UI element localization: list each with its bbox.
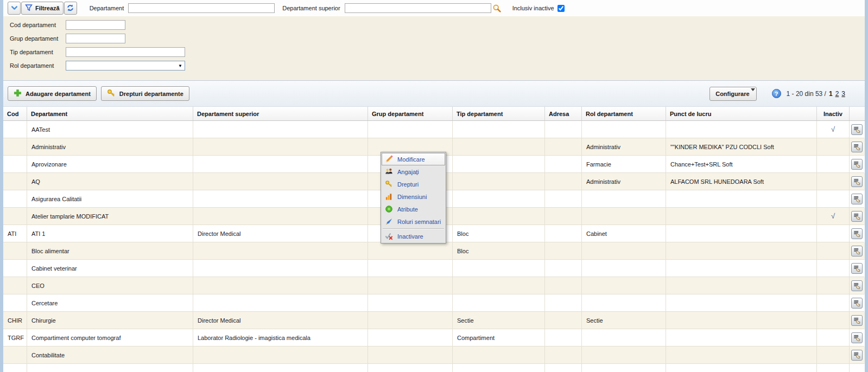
app-window: Filtrează Departament Departament superi…: [3, 0, 865, 372]
menu-item-roluri-semnatari[interactable]: Roluri semnatari: [382, 215, 445, 228]
add-department-label: Adaugare departament: [26, 91, 91, 97]
departament-input[interactable]: [128, 3, 275, 13]
column-header-inactiv[interactable]: Inactiv: [817, 107, 850, 120]
table-row[interactable]: CHIRChirurgieDirector MedicalSectieSecti…: [3, 312, 865, 329]
cell-punct: [666, 329, 817, 347]
cell-grup: [368, 347, 453, 364]
cell-punct: [666, 208, 817, 225]
context-menu: ModificareAngajațiDrepturiDimensiuniAtri…: [381, 152, 446, 243]
expand-filters-button[interactable]: [8, 2, 21, 15]
cell-actions: [850, 312, 864, 329]
cell-superior: [193, 277, 368, 294]
column-header-tip[interactable]: Tip departament: [453, 107, 545, 120]
table-row[interactable]: TGRFCompartiment computer tomografLabora…: [3, 329, 865, 347]
row-actions-button[interactable]: [851, 159, 863, 170]
configure-button[interactable]: Configurare: [709, 87, 756, 101]
filter-field-label: Grup departament: [10, 35, 66, 42]
inactiv-check: √: [831, 125, 835, 133]
bar-chart-icon: [384, 193, 393, 201]
pagination: 1 - 20 din 53 /123: [787, 90, 845, 98]
cell-grup: [368, 329, 453, 347]
row-actions-button[interactable]: [851, 332, 863, 343]
row-actions-button[interactable]: [851, 194, 863, 204]
add-department-button[interactable]: Adaugare departament: [8, 86, 97, 101]
menu-item-label: Roluri semnatari: [397, 219, 441, 225]
table-row[interactable]: Bloc alimentarBloc: [3, 242, 865, 260]
departament-superior-input[interactable]: [345, 3, 491, 13]
table-row[interactable]: Cercetare: [3, 294, 865, 312]
filter-panel: Cod departamentGrup departamentTip depar…: [3, 16, 865, 80]
row-actions-button[interactable]: [851, 142, 863, 152]
row-actions-button[interactable]: [851, 315, 863, 326]
column-header-cod[interactable]: Cod: [3, 107, 27, 120]
row-actions-button[interactable]: [851, 228, 863, 239]
menu-item-drepturi[interactable]: Drepturi: [382, 178, 445, 190]
cell-cod: [3, 138, 27, 156]
column-header-grup[interactable]: Grup departament: [368, 107, 453, 120]
column-header-departament[interactable]: Departament: [27, 107, 193, 120]
row-actions-button[interactable]: [851, 176, 863, 187]
table-row[interactable]: Cabinet veterinar: [3, 260, 865, 277]
row-actions-button[interactable]: [851, 263, 863, 274]
table-row[interactable]: AATest√: [3, 121, 865, 138]
help-icon[interactable]: ?: [772, 89, 781, 98]
department-rights-button[interactable]: Drepturi departamente: [101, 86, 189, 101]
rol-departament-select[interactable]: ▼: [66, 61, 185, 70]
cell-actions: [850, 225, 864, 242]
cell-actions: [850, 347, 864, 364]
cell-tip: [453, 138, 545, 156]
row-actions-button[interactable]: [851, 280, 863, 291]
table-row[interactable]: Contabilitate: [3, 347, 865, 364]
cell-empty: [27, 364, 193, 372]
refresh-button[interactable]: [64, 2, 77, 15]
menu-item-inactivare[interactable]: Inactivare: [382, 230, 445, 242]
filter-funnel-icon: [25, 4, 33, 12]
cell-departament: Atelier tamplarie MODIFICAT: [27, 208, 193, 225]
filter-field-row: Cod departament: [10, 20, 865, 30]
menu-item-dimensiuni[interactable]: Dimensiuni: [382, 190, 445, 203]
filter-bar: Filtrează Departament Departament superi…: [3, 0, 865, 16]
column-header-rol[interactable]: Rol departament: [582, 107, 666, 120]
cell-superior: [193, 208, 368, 225]
search-icon[interactable]: [492, 4, 502, 13]
filter-field-label: Rol departament: [10, 62, 66, 69]
cell-cod: [3, 277, 27, 294]
row-actions-button[interactable]: [851, 211, 863, 222]
cell-adresa: [545, 329, 582, 347]
pagination-summary: 1 - 20 din 53 /: [787, 90, 826, 98]
cell-departament: Bloc alimentar: [27, 242, 193, 260]
cell-cod: CHIR: [3, 312, 27, 329]
row-actions-button[interactable]: [851, 246, 863, 256]
cell-cod: [3, 156, 27, 173]
column-header-superior[interactable]: Departament superior: [193, 107, 368, 120]
filter-button[interactable]: Filtrează: [21, 2, 64, 15]
column-header-punct[interactable]: Punct de lucru: [666, 107, 817, 120]
page-link-2[interactable]: 2: [835, 90, 839, 98]
cell-grup: [368, 242, 453, 260]
cell-rol: [582, 294, 666, 312]
row-actions-button[interactable]: [851, 350, 863, 361]
cell-departament: Asigurarea Calitatii: [27, 190, 193, 208]
cod-departament-input[interactable]: [66, 20, 125, 30]
cell-actions: [850, 329, 864, 347]
menu-item-angajați[interactable]: Angajați: [382, 165, 445, 178]
page-link-1[interactable]: 1: [829, 90, 833, 98]
row-actions-button[interactable]: [851, 298, 863, 309]
column-header-adresa[interactable]: Adresa: [545, 107, 582, 120]
cell-cod: [3, 190, 27, 208]
column-header-actions[interactable]: [850, 107, 864, 120]
dropdown-triangle-icon: [751, 88, 755, 91]
grup-departament-input[interactable]: [66, 34, 125, 43]
filter-field-row: Tip departament: [10, 47, 865, 57]
tip-departament-input[interactable]: [66, 47, 185, 57]
cell-superior: [193, 347, 368, 364]
menu-item-modificare[interactable]: Modificare: [382, 153, 445, 165]
table-row[interactable]: CEO: [3, 277, 865, 294]
cell-tip: [453, 156, 545, 173]
cell-actions: [850, 260, 864, 277]
menu-item-atribute[interactable]: Atribute: [382, 203, 445, 215]
row-actions-button[interactable]: [851, 124, 863, 135]
cell-tip: [453, 190, 545, 208]
page-link-3[interactable]: 3: [841, 90, 845, 98]
inclusiv-inactive-checkbox[interactable]: [557, 5, 565, 12]
